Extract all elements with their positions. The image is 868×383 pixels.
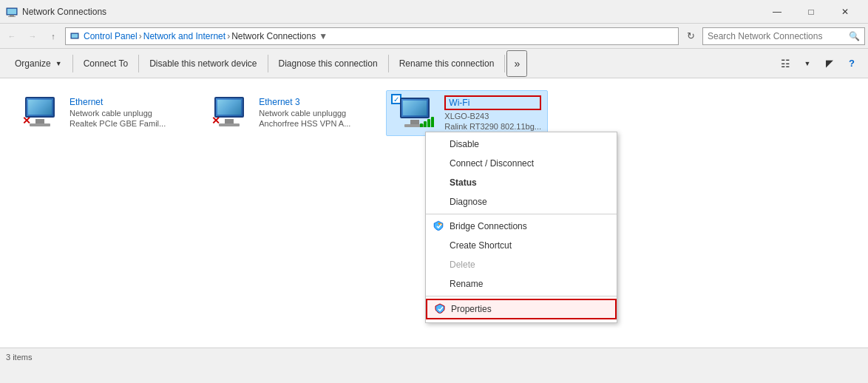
bridge-shield-icon xyxy=(433,220,445,232)
search-input[interactable] xyxy=(708,31,849,41)
context-menu-connect-disconnect[interactable]: Connect / Disconnect xyxy=(426,154,617,173)
ethernet3-detail2: Anchorfree HSS VPN A... xyxy=(259,119,350,128)
svg-rect-1 xyxy=(7,9,16,14)
ethernet1-detail1: Network cable unplugg xyxy=(69,109,166,118)
wifi-bar2 xyxy=(424,121,427,127)
wifi-bar3 xyxy=(427,119,430,127)
context-sep2 xyxy=(426,296,617,296)
wifi-icon xyxy=(397,98,433,129)
more-label: » xyxy=(514,58,520,70)
close-button[interactable]: ✕ xyxy=(828,0,862,24)
toolbar-right: ☷ ▼ ◤ ? xyxy=(775,53,862,74)
search-box[interactable]: 🔍 xyxy=(702,27,865,45)
context-menu-status-label: Status xyxy=(450,177,477,188)
wifi-detail1: XLGO-B243 xyxy=(444,112,541,121)
disable-button[interactable]: Disable this network device xyxy=(140,50,265,77)
context-menu-diagnose[interactable]: Diagnose xyxy=(426,192,617,211)
context-menu-bridge[interactable]: Bridge Connections xyxy=(426,217,617,236)
ethernet3-icon: ✕ xyxy=(211,97,247,128)
diagnose-label: Diagnose this connection xyxy=(279,58,378,69)
refresh-button[interactable]: ↻ xyxy=(682,27,699,45)
window-controls: — □ ✕ xyxy=(760,0,862,24)
ethernet1-icon: ✕ xyxy=(22,97,58,128)
network-item-wifi[interactable]: ✓ Wi-Fi XLGO-B243 xyxy=(386,90,548,136)
organize-label: Organize xyxy=(15,58,51,69)
breadcrumb[interactable]: Control Panel › Network and Internet › N… xyxy=(65,27,679,45)
context-menu-rename[interactable]: Rename xyxy=(426,274,617,294)
context-menu-disable[interactable]: Disable xyxy=(426,135,617,154)
ethernet1-icon-wrapper: ✕ xyxy=(18,93,62,132)
breadcrumb-sep1: › xyxy=(139,31,142,41)
organize-arrow: ▼ xyxy=(55,60,62,67)
ethernet3-info: Ethernet 3 Network cable unpluggg Anchor… xyxy=(259,97,350,128)
title-bar: Network Connections — □ ✕ xyxy=(0,0,868,24)
svg-rect-5 xyxy=(72,34,78,38)
network-item-ethernet1[interactable]: ✕ Ethernet Network cable unplugg Realtek… xyxy=(12,90,172,135)
context-menu-bridge-label: Bridge Connections xyxy=(450,221,527,231)
connect-to-label: Connect To xyxy=(84,58,129,69)
view-options-button[interactable]: ☷ xyxy=(775,53,796,74)
ethernet1-info: Ethernet Network cable unplugg Realtek P… xyxy=(69,97,166,128)
wifi-bar1 xyxy=(420,123,423,127)
breadcrumb-dropdown[interactable]: ▼ xyxy=(319,31,328,41)
address-bar: ← → ↑ Control Panel › Network and Intern… xyxy=(0,24,868,49)
wifi-signal-bars xyxy=(420,117,434,127)
wifi-info: Wi-Fi XLGO-B243 Ralink RT3290 802.11bg..… xyxy=(444,95,541,131)
ethernet3-detail1: Network cable unpluggg xyxy=(259,109,350,118)
more-button[interactable]: » xyxy=(506,50,527,77)
status-text: 3 items xyxy=(6,353,32,362)
view-dropdown-button[interactable]: ▼ xyxy=(797,53,818,74)
search-icon: 🔍 xyxy=(849,31,860,41)
rename-label: Rename this connection xyxy=(399,58,495,69)
disable-label: Disable this network device xyxy=(149,58,257,69)
status-bar: 3 items xyxy=(0,348,868,365)
breadcrumb-sep2: › xyxy=(227,31,230,41)
context-menu-properties-label: Properties xyxy=(451,304,492,314)
network-item-ethernet3[interactable]: ✕ Ethernet 3 Network cable unpluggg Anch… xyxy=(201,90,356,135)
help-button[interactable]: ? xyxy=(841,53,862,74)
context-menu-delete: Delete xyxy=(426,255,617,274)
toolbar-sep4 xyxy=(388,55,389,72)
context-sep1 xyxy=(426,214,617,214)
wifi-name: Wi-Fi xyxy=(444,95,541,110)
wifi-bar4 xyxy=(431,117,434,127)
wifi-detail2: Ralink RT3290 802.11bg... xyxy=(444,122,541,131)
ethernet3-icon-wrapper: ✕ xyxy=(207,93,251,132)
minimize-button[interactable]: — xyxy=(760,0,794,24)
context-menu-diagnose-label: Diagnose xyxy=(450,197,487,207)
breadcrumb-icon xyxy=(70,30,84,41)
ethernet1-name: Ethernet xyxy=(69,97,166,107)
ethernet1-detail2: Realtek PCIe GBE Famil... xyxy=(69,119,166,128)
wifi-icon-wrapper: ✓ xyxy=(393,94,437,132)
context-menu-disable-label: Disable xyxy=(450,139,479,149)
back-button[interactable]: ← xyxy=(3,27,21,45)
breadcrumb-part2[interactable]: Network and Internet xyxy=(143,31,226,41)
context-menu: Disable Connect / Disconnect Status Diag… xyxy=(425,132,617,323)
main-content: ✕ Ethernet Network cable unplugg Realtek… xyxy=(0,78,868,365)
organize-button[interactable]: Organize ▼ xyxy=(6,50,71,77)
ethernet1-error-badge: ✕ xyxy=(22,115,31,126)
forward-button[interactable]: → xyxy=(24,27,41,45)
context-menu-status[interactable]: Status xyxy=(426,173,617,192)
context-menu-properties[interactable]: Properties xyxy=(426,299,617,319)
toolbar-sep1 xyxy=(72,55,73,72)
ethernet3-name: Ethernet 3 xyxy=(259,97,350,107)
context-menu-delete-label: Delete xyxy=(450,260,475,270)
context-menu-rename-label: Rename xyxy=(450,279,483,289)
toolbar-sep2 xyxy=(138,55,139,72)
diagnose-button[interactable]: Diagnose this connection xyxy=(270,50,387,77)
maximize-button[interactable]: □ xyxy=(794,0,828,24)
connect-to-button[interactable]: Connect To xyxy=(75,50,138,77)
context-menu-connect-disconnect-label: Connect / Disconnect xyxy=(450,158,534,169)
toolbar: Organize ▼ Connect To Disable this netwo… xyxy=(0,49,868,78)
app-icon xyxy=(6,6,18,18)
breadcrumb-part1[interactable]: Control Panel xyxy=(84,31,138,41)
svg-rect-3 xyxy=(8,16,16,17)
window-title: Network Connections xyxy=(22,7,760,17)
pane-button[interactable]: ◤ xyxy=(819,53,840,74)
breadcrumb-part3: Network Connections xyxy=(231,31,316,41)
up-button[interactable]: ↑ xyxy=(44,27,62,45)
context-menu-shortcut-label: Create Shortcut xyxy=(450,240,512,251)
rename-button[interactable]: Rename this connection xyxy=(390,50,503,77)
context-menu-shortcut[interactable]: Create Shortcut xyxy=(426,236,617,255)
